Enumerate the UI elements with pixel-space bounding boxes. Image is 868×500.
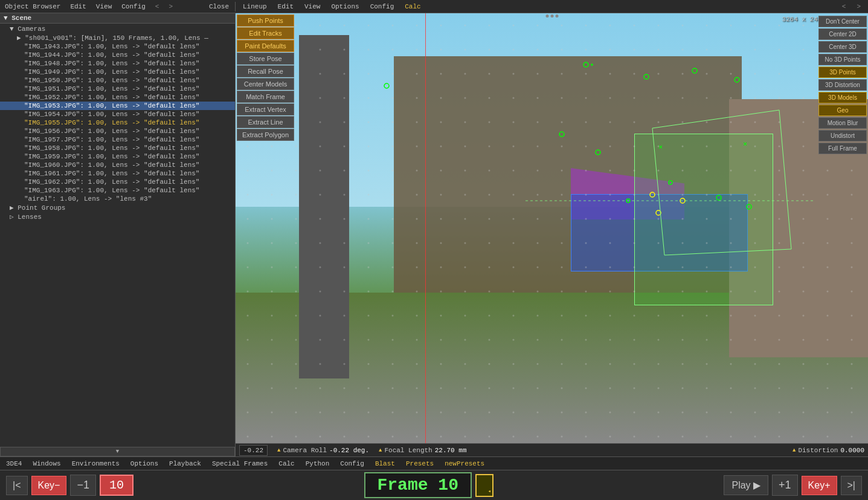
recall-pose-button[interactable]: Recall Pose <box>237 65 294 77</box>
list-item[interactable]: "IMG_1953.JPG": 1.00, Lens -> "default l… <box>0 102 235 110</box>
paint-defaults-button[interactable]: Paint Defaults <box>237 40 294 52</box>
list-item[interactable]: "IMG_1960.JPG": 1.00, Lens -> "default l… <box>0 161 235 169</box>
minus-1-button[interactable]: −1 <box>70 475 96 496</box>
geo-button[interactable]: Geo <box>818 105 867 116</box>
3d-distortion-button[interactable]: 3D Distortion <box>818 79 867 91</box>
menu-lineup[interactable]: Lineup <box>240 2 269 11</box>
menu-calc-bottom[interactable]: Calc <box>276 459 297 469</box>
center-models-button[interactable]: Center Models <box>237 78 294 90</box>
menu-new-presets[interactable]: newPresets <box>442 459 487 469</box>
viewport-main[interactable]: × × 3264 x 2448, 22.70 mm Push Points Ed… <box>236 13 868 443</box>
menu-view-right[interactable]: View <box>302 2 323 11</box>
menu-python[interactable]: Python <box>303 459 332 469</box>
camera-roll-unit: -0.22 deg. <box>329 447 369 454</box>
transport-bar: |< Key− −1 10 Frame 10 ◂ Play ▶ +1 Key+ … <box>0 470 868 500</box>
triangle-icon-2: ▲ <box>379 447 382 453</box>
camera-roll-value: -0.22 <box>239 445 268 456</box>
play-button[interactable]: Play ▶ <box>724 475 768 495</box>
dont-center-button[interactable]: Don't Center <box>818 16 867 27</box>
viewport-left-buttons: Push Points Edit Tracks Paint Defaults S… <box>236 13 295 142</box>
menu-config-right[interactable]: Config <box>368 2 397 11</box>
list-item[interactable]: "IMG_1952.JPG": 1.00, Lens -> "default l… <box>0 93 235 102</box>
motion-blur-button[interactable]: Motion Blur <box>818 117 867 129</box>
list-item[interactable]: "IMG_1962.JPG": 1.00, Lens -> "default l… <box>0 178 235 186</box>
goto-end-button[interactable]: >| <box>841 476 863 495</box>
nav-next-left[interactable]: > <box>166 2 175 11</box>
nav-next-right[interactable]: > <box>854 2 863 11</box>
key-minus-button[interactable]: Key− <box>31 476 67 495</box>
store-pose-button[interactable]: Store Pose <box>237 53 294 65</box>
no-3d-points-button[interactable]: No 3D Points <box>818 54 867 65</box>
match-frame-button[interactable]: Match Frame <box>237 91 294 103</box>
menu-special-frames[interactable]: Special Frames <box>210 459 270 469</box>
triangle-icon-3: ▲ <box>792 447 796 453</box>
full-frame-button[interactable]: Full Frame <box>818 143 867 154</box>
list-item[interactable]: "IMG_1961.JPG": 1.00, Lens -> "default l… <box>0 169 235 178</box>
nav-prev-right[interactable]: < <box>840 2 849 11</box>
list-item[interactable]: "IMG_1963.JPG": 1.00, Lens -> "default l… <box>0 186 235 195</box>
menu-calc[interactable]: Calc <box>402 2 423 11</box>
list-item[interactable]: "IMG_1944.JPG": 1.00, Lens -> "default l… <box>0 51 235 59</box>
left-menu-section: Object Browser Edit View Config < > Clos… <box>0 2 236 11</box>
menu-config-left[interactable]: Config <box>119 2 148 11</box>
list-item[interactable]: "airel": 1.00, Lens -> "lens #3" <box>0 195 235 203</box>
menu-blast[interactable]: Blast <box>373 459 397 469</box>
menu-options[interactable]: Options <box>329 2 361 11</box>
plus-1-button[interactable]: +1 <box>772 475 798 496</box>
menu-environments[interactable]: Environments <box>69 459 122 469</box>
list-item[interactable]: "IMG_1949.JPG": 1.00, Lens -> "default l… <box>0 68 235 76</box>
menu-config-bottom[interactable]: Config <box>338 459 367 469</box>
lenses-section[interactable]: ▷ Lenses <box>0 212 235 221</box>
center-3d-button[interactable]: Center 3D <box>818 41 867 53</box>
camera-roll-text: Camera Roll <box>283 447 327 454</box>
frame-indicator-box[interactable]: ◂ <box>475 474 493 497</box>
close-button-left[interactable]: Close <box>205 2 233 11</box>
scroll-down-arrow[interactable]: ▼ <box>0 447 235 456</box>
triangle-icon-1: ▲ <box>277 447 280 453</box>
goto-start-button[interactable]: |< <box>6 476 28 495</box>
center-2d-button[interactable]: Center 2D <box>818 28 867 40</box>
list-item[interactable]: "IMG_1957.JPG": 1.00, Lens -> "default l… <box>0 135 235 144</box>
menu-presets[interactable]: Presets <box>403 459 436 469</box>
menu-options-bottom[interactable]: Options <box>128 459 161 469</box>
list-item[interactable]: "IMG_1951.JPG": 1.00, Lens -> "default l… <box>0 85 235 93</box>
focal-length-text: Focal Length <box>384 447 432 454</box>
scene-expand-icon[interactable]: ▼ <box>4 15 8 22</box>
menu-view-left[interactable]: View <box>94 2 114 11</box>
3d-points-button[interactable]: 3D Points <box>818 67 867 78</box>
menu-edit-left[interactable]: Edit <box>68 2 88 11</box>
list-item[interactable]: "IMG_1956.JPG": 1.00, Lens -> "default l… <box>0 127 235 135</box>
list-item[interactable]: "IMG_1959.JPG": 1.00, Lens -> "default l… <box>0 152 235 161</box>
menu-3de4[interactable]: 3DE4 <box>4 459 24 469</box>
key-plus-button[interactable]: Key+ <box>802 476 837 495</box>
viewport-drag-handle[interactable] <box>544 13 559 19</box>
list-item[interactable]: "IMG_1948.JPG": 1.00, Lens -> "default l… <box>0 59 235 68</box>
list-item[interactable]: "IMG_1950.JPG": 1.00, Lens -> "default l… <box>0 76 235 85</box>
viewport-statusbar: -0.22 ▲ Camera Roll -0.22 deg. ▲ Focal L… <box>236 443 868 456</box>
drag-dot <box>545 15 548 18</box>
distortion-text: Distortion <box>798 447 838 454</box>
list-item[interactable]: "IMG_1955.JPG": 1.00, Lens -> "default l… <box>0 119 235 127</box>
left-panel: ▼ Scene ▼ Cameras ▶ "sh001_v001": [Main]… <box>0 13 236 456</box>
focal-length-unit: 22.70 mm <box>435 447 467 454</box>
extract-polygon-button[interactable]: Extract Polygon <box>237 129 294 141</box>
lamppost <box>299 35 350 379</box>
menu-windows[interactable]: Windows <box>30 459 63 469</box>
camera-sequence[interactable]: ▶ "sh001_v001": [Main], 150 Frames, 1.00… <box>0 33 235 42</box>
point-groups-section[interactable]: ▶ Point Groups <box>0 203 235 212</box>
3d-models-button[interactable]: 3D Models <box>818 92 867 103</box>
push-points-button[interactable]: Push Points <box>237 15 294 27</box>
menu-object-browser[interactable]: Object Browser <box>2 2 63 11</box>
undistort-button[interactable]: Undistort <box>818 130 867 141</box>
nav-prev-left[interactable]: < <box>153 2 162 11</box>
menu-playback[interactable]: Playback <box>167 459 204 469</box>
extract-vertex-button[interactable]: Extract Vertex <box>237 103 294 115</box>
edit-tracks-button[interactable]: Edit Tracks <box>237 27 294 39</box>
cameras-section[interactable]: ▼ Cameras <box>0 25 235 33</box>
list-item[interactable]: "IMG_1958.JPG": 1.00, Lens -> "default l… <box>0 144 235 152</box>
extract-line-button[interactable]: Extract Line <box>237 116 294 128</box>
list-item[interactable]: "IMG_1943.JPG": 1.00, Lens -> "default l… <box>0 42 235 51</box>
top-menubar: Object Browser Edit View Config < > Clos… <box>0 0 868 13</box>
menu-edit-right[interactable]: Edit <box>275 2 296 11</box>
list-item[interactable]: "IMG_1954.JPG": 1.00, Lens -> "default l… <box>0 110 235 119</box>
